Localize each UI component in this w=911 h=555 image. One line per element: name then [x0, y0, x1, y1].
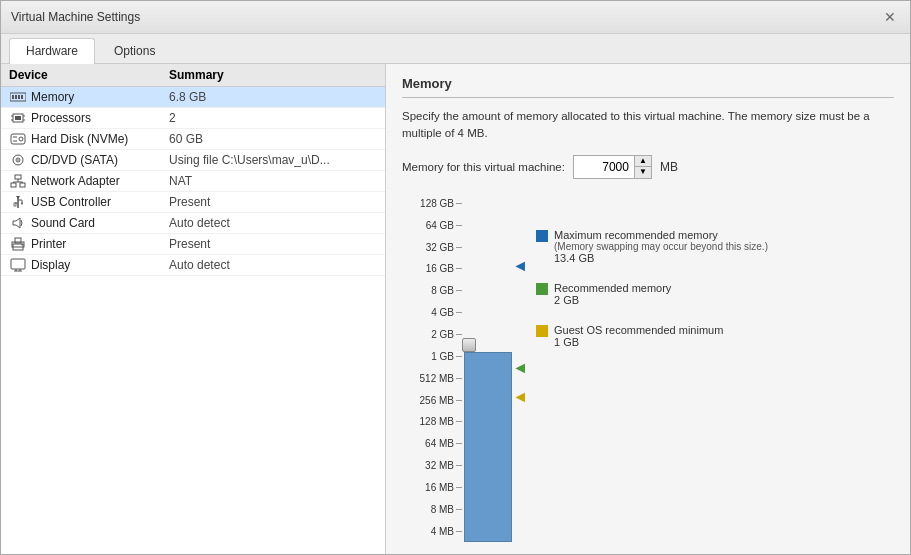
processors-device-summary: 2 — [169, 111, 377, 125]
legend-rec-label: Recommended memory — [554, 282, 671, 294]
device-list: Memory 6.8 GB Processors 2 Hard Disk (NV… — [1, 87, 385, 554]
tick-32gb: 32 GB — [402, 236, 462, 258]
legend-guest-os: Guest OS recommended minimum 1 GB — [536, 324, 768, 348]
harddisk-icon — [9, 132, 27, 146]
cdrom-device-summary: Using file C:\Users\mav_u\D... — [169, 153, 377, 167]
legend-max-value: 13.4 GB — [554, 252, 768, 264]
device-row-cdrom[interactable]: CD/DVD (SATA) Using file C:\Users\mav_u\… — [1, 150, 385, 171]
device-row-memory[interactable]: Memory 6.8 GB — [1, 87, 385, 108]
tick-4mb: 4 MB — [402, 520, 462, 542]
title-bar: Virtual Machine Settings ✕ — [1, 1, 910, 34]
legend-rec-text: Recommended memory 2 GB — [554, 282, 671, 306]
legend-max-memory: Maximum recommended memory (Memory swapp… — [536, 229, 768, 264]
device-row-harddisk[interactable]: Hard Disk (NVMe) 60 GB — [1, 129, 385, 150]
sound-device-summary: Auto detect — [169, 216, 377, 230]
legend-max-text: Maximum recommended memory (Memory swapp… — [554, 229, 768, 264]
tabs-bar: Hardware Options — [1, 34, 910, 64]
cdrom-device-name: CD/DVD (SATA) — [31, 153, 169, 167]
device-table-header: Device Summary — [1, 64, 385, 87]
device-panel: Device Summary Memory 6.8 GB Processors — [1, 64, 386, 554]
harddisk-device-summary: 60 GB — [169, 132, 377, 146]
spin-up-button[interactable]: ▲ — [635, 156, 651, 167]
legend-recommended: Recommended memory 2 GB — [536, 282, 768, 306]
memory-description: Specify the amount of memory allocated t… — [402, 108, 894, 143]
bar-filled — [464, 352, 512, 542]
panel-title: Memory — [402, 76, 894, 98]
device-row-printer[interactable]: Printer Present — [1, 234, 385, 255]
max-memory-arrow: ◄ — [512, 258, 528, 274]
tick-256mb: 256 MB — [402, 389, 462, 411]
tick-512mb: 512 MB — [402, 367, 462, 389]
display-icon — [9, 258, 27, 272]
tick-32mb: 32 MB — [402, 455, 462, 477]
device-row-network[interactable]: Network Adapter NAT — [1, 171, 385, 192]
display-device-summary: Auto detect — [169, 258, 377, 272]
device-row-display[interactable]: Display Auto detect — [1, 255, 385, 276]
tick-16mb: 16 MB — [402, 476, 462, 498]
window-title: Virtual Machine Settings — [11, 10, 140, 24]
tick-128gb: 128 GB — [402, 193, 462, 215]
unit-label: MB — [660, 160, 678, 174]
printer-device-summary: Present — [169, 237, 377, 251]
usb-device-summary: Present — [169, 195, 377, 209]
bar-and-markers: ◄ ◄ ◄ — [462, 193, 512, 543]
usb-device-name: USB Controller — [31, 195, 169, 209]
svg-rect-6 — [15, 116, 21, 120]
tab-hardware[interactable]: Hardware — [9, 38, 95, 64]
spin-down-button[interactable]: ▼ — [635, 167, 651, 178]
svg-rect-19 — [11, 183, 16, 187]
tick-8mb: 8 MB — [402, 498, 462, 520]
network-device-name: Network Adapter — [31, 174, 169, 188]
guest-os-arrow: ◄ — [512, 389, 528, 405]
svg-point-28 — [21, 203, 23, 205]
tick-8gb: 8 GB — [402, 280, 462, 302]
virtual-machine-settings-window: Virtual Machine Settings ✕ Hardware Opti… — [0, 0, 911, 555]
legend-rec-value: 2 GB — [554, 294, 671, 306]
sound-icon — [9, 216, 27, 230]
tick-64gb: 64 GB — [402, 214, 462, 236]
slider-row — [462, 338, 512, 352]
sound-device-name: Sound Card — [31, 216, 169, 230]
legend-max-label: Maximum recommended memory — [554, 229, 768, 241]
main-content: Device Summary Memory 6.8 GB Processors — [1, 64, 910, 554]
device-row-processors[interactable]: Processors 2 — [1, 108, 385, 129]
legend-guest-color-box — [536, 325, 548, 337]
device-row-usb[interactable]: USB Controller Present — [1, 192, 385, 213]
svg-rect-1 — [12, 95, 14, 99]
svg-rect-18 — [15, 175, 21, 179]
svg-rect-37 — [11, 259, 25, 269]
memory-device-summary: 6.8 GB — [169, 90, 377, 104]
memory-config-panel: Memory Specify the amount of memory allo… — [386, 64, 910, 554]
memory-spinner[interactable]: ▲ ▼ — [573, 155, 652, 179]
legend-guest-value: 1 GB — [554, 336, 723, 348]
memory-scale-container: 128 GB 64 GB 32 GB 16 GB 8 GB 4 GB 2 GB … — [402, 193, 894, 543]
legend-max-sublabel: (Memory swapping may occur beyond this s… — [554, 241, 768, 252]
scale-labels: 128 GB 64 GB 32 GB 16 GB 8 GB 4 GB 2 GB … — [402, 193, 462, 543]
tick-16gb: 16 GB — [402, 258, 462, 280]
close-button[interactable]: ✕ — [880, 7, 900, 27]
printer-device-name: Printer — [31, 237, 169, 251]
printer-icon — [9, 237, 27, 251]
spinner-buttons: ▲ ▼ — [634, 156, 651, 178]
svg-rect-4 — [21, 95, 23, 99]
tick-128mb: 128 MB — [402, 411, 462, 433]
svg-point-12 — [19, 137, 23, 141]
col-device-header: Device — [9, 68, 169, 82]
processors-icon — [9, 111, 27, 125]
tick-2gb: 2 GB — [402, 324, 462, 346]
svg-point-17 — [17, 159, 19, 161]
svg-marker-31 — [16, 196, 20, 199]
usb-icon — [9, 195, 27, 209]
tab-options[interactable]: Options — [97, 38, 172, 63]
memory-device-name: Memory — [31, 90, 169, 104]
device-row-sound[interactable]: Sound Card Auto detect — [1, 213, 385, 234]
memory-input-row: Memory for this virtual machine: ▲ ▼ MB — [402, 155, 894, 179]
svg-rect-3 — [18, 95, 20, 99]
legend-max-color-box — [536, 230, 548, 242]
memory-value-input[interactable] — [574, 157, 634, 177]
legend-guest-label: Guest OS recommended minimum — [554, 324, 723, 336]
tick-1gb: 1 GB — [402, 345, 462, 367]
harddisk-device-name: Hard Disk (NVMe) — [31, 132, 169, 146]
memory-slider-thumb[interactable] — [462, 338, 476, 352]
network-icon — [9, 174, 27, 188]
